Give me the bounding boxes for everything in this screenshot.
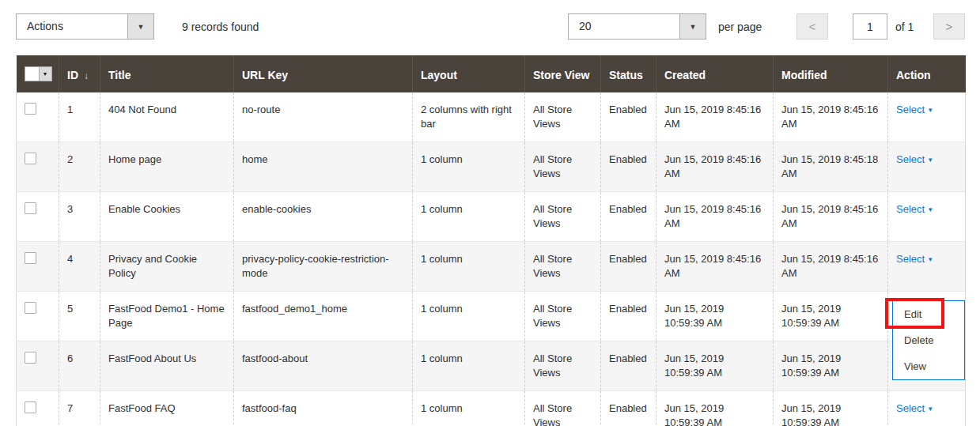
select-all-dropdown[interactable]: ▼ (25, 66, 52, 81)
cell-status: Enabled (601, 292, 656, 341)
cell-modified: Jun 15, 2019 8:45:16 AM (774, 192, 888, 242)
cell-created: Jun 15, 2019 10:59:39 AM (656, 341, 774, 391)
cell-created: Jun 15, 2019 8:45:16 AM (656, 142, 774, 192)
cell-created: Jun 15, 2019 8:45:16 AM (656, 242, 774, 292)
cell-title: 404 Not Found (100, 92, 234, 142)
cell-url-key: no-route (234, 92, 413, 142)
actions-dropdown[interactable]: Actions ▼ (16, 13, 154, 40)
cell-modified: Jun 15, 2019 8:45:16 AM (774, 92, 888, 142)
cell-modified: Jun 15, 2019 8:45:16 AM (774, 242, 888, 292)
cell-modified: Jun 15, 2019 10:59:39 AM (774, 341, 888, 391)
cell-created: Jun 15, 2019 10:59:39 AM (656, 391, 774, 426)
column-header-modified[interactable]: Modified (774, 55, 888, 92)
cell-title: Home page (100, 142, 234, 192)
column-header-layout[interactable]: Layout (413, 55, 525, 92)
cell-status: Enabled (601, 92, 656, 142)
caret-icon: ▼ (927, 256, 933, 263)
cell-layout: 1 column (413, 142, 525, 192)
row-checkbox[interactable] (25, 252, 36, 264)
menu-item-view[interactable]: View (893, 353, 964, 379)
cell-store-view: All Store Views (525, 142, 601, 192)
cell-title: FastFood FAQ (100, 391, 234, 426)
cell-modified: Jun 15, 2019 10:59:39 AM (774, 292, 888, 341)
cell-id: 5 (59, 292, 100, 341)
table-row: 4 Privacy and Cookie Policy privacy-poli… (17, 242, 966, 292)
table-row: 6 FastFood About Us fastfood-about 1 col… (17, 341, 966, 391)
per-page-label: per page (718, 21, 762, 33)
cell-checkbox (17, 192, 59, 242)
records-count: 9 records found (182, 21, 259, 33)
chevron-down-icon[interactable]: ▼ (127, 14, 153, 39)
cell-store-view: All Store Views (525, 341, 601, 391)
cell-checkbox (17, 391, 59, 426)
caret-icon: ▼ (927, 107, 933, 114)
cell-id: 4 (59, 242, 100, 292)
column-header-url-key[interactable]: URL Key (234, 55, 413, 92)
table-row: 5 FastFood Demo1 - Home Page fastfood_de… (17, 292, 966, 341)
row-select-link[interactable]: Select▼ (896, 253, 933, 265)
row-select-link[interactable]: Select▼ (896, 153, 933, 165)
table-row: 1 404 Not Found no-route 2 columns with … (17, 92, 966, 142)
per-page-value: 20 (569, 14, 679, 39)
cell-checkbox (17, 92, 59, 142)
cell-title: FastFood About Us (100, 341, 234, 391)
menu-item-delete[interactable]: Delete (893, 327, 964, 353)
cell-layout: 1 column (413, 341, 525, 391)
row-select-link[interactable]: Select▼ (896, 104, 933, 115)
column-header-created[interactable]: Created (656, 55, 774, 92)
cell-url-key: fastfood-about (234, 341, 413, 391)
caret-icon: ▼ (927, 156, 933, 164)
cell-created: Jun 15, 2019 8:45:16 AM (656, 192, 774, 242)
page-number-input[interactable] (853, 13, 887, 40)
row-checkbox[interactable] (25, 302, 36, 314)
table-body: 1 404 Not Found no-route 2 columns with … (17, 92, 966, 426)
menu-item-edit[interactable]: Edit (893, 301, 964, 327)
cell-action: Select▼ (888, 142, 966, 192)
cell-url-key: privacy-policy-cookie-restriction-mode (234, 242, 413, 292)
cell-id: 2 (59, 142, 100, 192)
previous-page-button[interactable]: < (796, 13, 828, 40)
row-select-link[interactable]: Select▼ (896, 203, 933, 215)
column-header-title[interactable]: Title (100, 55, 234, 92)
cell-modified: Jun 15, 2019 8:45:18 AM (774, 142, 888, 192)
cell-title: FastFood Demo1 - Home Page (100, 292, 234, 341)
cell-layout: 1 column (413, 292, 525, 341)
cell-layout: 1 column (413, 391, 525, 426)
row-checkbox[interactable] (25, 153, 36, 164)
sort-descending-icon: ↓ (84, 70, 89, 81)
column-header-id[interactable]: ID↓ (59, 55, 100, 92)
per-page-dropdown[interactable]: 20 ▼ (568, 13, 706, 40)
cell-id: 1 (59, 92, 100, 142)
row-select-link[interactable]: Select▼ (896, 402, 933, 414)
select-all-checkbox[interactable] (25, 67, 39, 81)
cell-created: Jun 15, 2019 8:45:16 AM (656, 92, 774, 142)
cell-layout: 1 column (413, 192, 525, 242)
cell-title: Privacy and Cookie Policy (100, 242, 234, 292)
cell-title: Enable Cookies (100, 192, 234, 242)
caret-icon: ▼ (927, 206, 933, 213)
cell-checkbox (17, 142, 59, 192)
table-row: 2 Home page home 1 column All Store View… (17, 142, 966, 192)
chevron-down-icon[interactable]: ▼ (679, 14, 706, 39)
cell-action: Select▼ (888, 192, 966, 242)
row-checkbox[interactable] (25, 103, 36, 115)
cell-action: Select▼ (888, 92, 966, 142)
cell-status: Enabled (601, 242, 656, 292)
row-checkbox[interactable] (25, 352, 36, 364)
table-row: 3 Enable Cookies enable-cookies 1 column… (17, 192, 966, 242)
cell-action: Select▼ (888, 391, 966, 426)
cell-url-key: home (234, 142, 413, 192)
row-checkbox[interactable] (25, 401, 36, 413)
column-header-status[interactable]: Status (601, 55, 656, 92)
column-header-store-view[interactable]: Store View (525, 55, 601, 92)
column-header-checkbox: ▼ (17, 55, 59, 92)
next-page-button[interactable]: > (933, 13, 965, 40)
cell-store-view: All Store Views (525, 92, 601, 142)
cell-status: Enabled (601, 341, 656, 391)
cell-store-view: All Store Views (525, 292, 601, 341)
cell-id: 6 (59, 341, 100, 391)
row-checkbox[interactable] (25, 202, 36, 214)
column-header-action[interactable]: Action (888, 55, 966, 92)
cell-checkbox (17, 242, 59, 292)
chevron-down-icon[interactable]: ▼ (39, 67, 51, 81)
